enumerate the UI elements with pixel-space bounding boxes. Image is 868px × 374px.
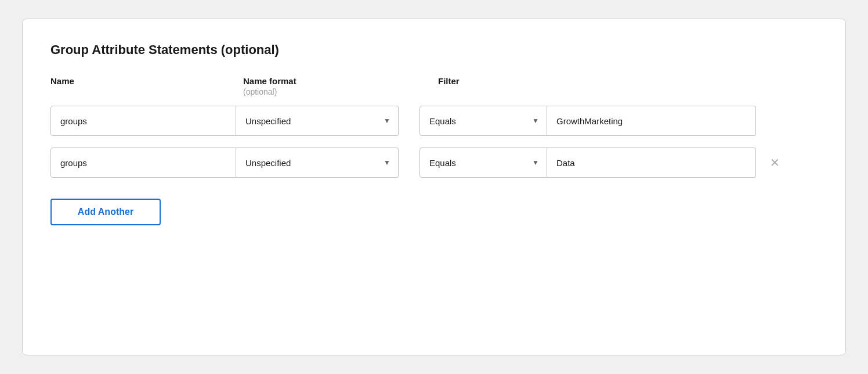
name-column-label: Name	[50, 76, 74, 86]
name-format-optional-label: (optional)	[243, 87, 417, 96]
name-format-select-wrapper-row2: Unspecified URI Reference Basic ▼	[236, 148, 399, 178]
col-name-header: Name	[50, 76, 236, 86]
col-format-header: Name format (optional)	[243, 76, 417, 96]
filter-value-input-row1[interactable]	[547, 106, 756, 136]
filter-type-select-row2[interactable]: Equals Contains Starts With Regex	[419, 148, 547, 178]
table-row: Unspecified URI Reference Basic ▼ Equals…	[50, 106, 818, 136]
col-filter-header: Filter	[438, 76, 460, 86]
column-headers: Name Name format (optional) Filter	[50, 76, 818, 96]
add-another-button[interactable]: Add Another	[50, 199, 161, 225]
name-format-column-label: Name format	[243, 76, 417, 86]
remove-row-button[interactable]: ✕	[765, 154, 784, 171]
filter-value-input-row2[interactable]	[547, 148, 756, 178]
name-format-select-wrapper-row1: Unspecified URI Reference Basic ▼	[236, 106, 399, 136]
filter-type-select-wrapper-row2: Equals Contains Starts With Regex ▼	[419, 148, 547, 178]
table-row: Unspecified URI Reference Basic ▼ Equals…	[50, 148, 818, 178]
group-attribute-statements-card: Group Attribute Statements (optional) Na…	[22, 19, 846, 355]
filter-column-label: Filter	[438, 76, 460, 86]
filter-type-select-row1[interactable]: Equals Contains Starts With Regex	[419, 106, 547, 136]
filter-group-row1: Equals Contains Starts With Regex ▼	[419, 106, 756, 136]
name-format-select-row1[interactable]: Unspecified URI Reference Basic	[236, 106, 399, 136]
name-input-row1[interactable]	[50, 106, 236, 136]
filter-type-select-wrapper-row1: Equals Contains Starts With Regex ▼	[419, 106, 547, 136]
filter-group-row2: Equals Contains Starts With Regex ▼	[419, 148, 756, 178]
section-title: Group Attribute Statements (optional)	[50, 42, 818, 57]
name-format-select-row2[interactable]: Unspecified URI Reference Basic	[236, 148, 399, 178]
name-input-row2[interactable]	[50, 148, 236, 178]
